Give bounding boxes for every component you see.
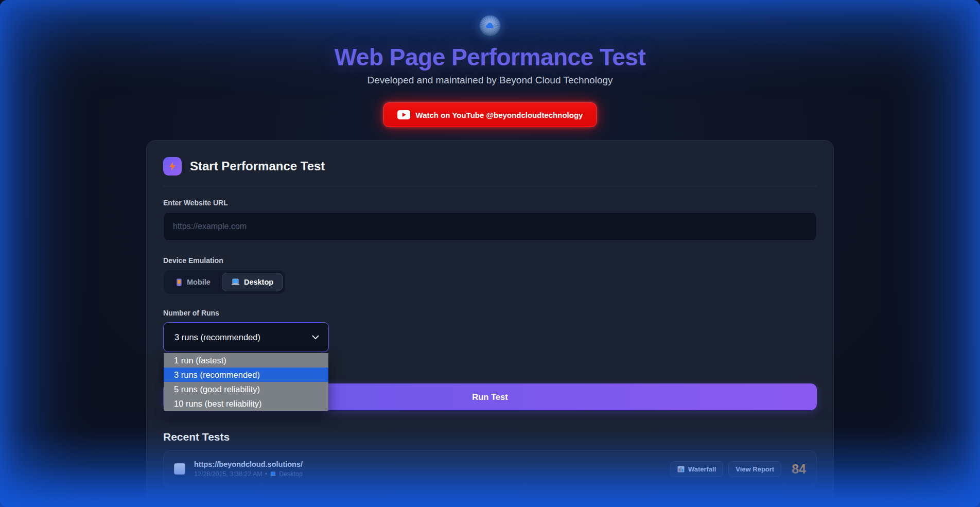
recent-test-row: https://beyondcloud.solutions/ 12/28/202… xyxy=(163,450,817,487)
youtube-play-icon xyxy=(397,110,410,119)
waterfall-button-label: Waterfall xyxy=(688,465,716,473)
view-report-button-label: View Report xyxy=(736,465,774,473)
panel-header: Start Performance Test xyxy=(163,157,817,176)
beyond-cloud-logo xyxy=(480,15,500,36)
device-option-mobile[interactable]: Mobile xyxy=(166,273,220,291)
watch-on-youtube-button[interactable]: Watch on YouTube @beyondcloudtechnology xyxy=(383,102,597,127)
recent-test-actions: Waterfall View Report 84 xyxy=(670,461,806,477)
waterfall-button[interactable]: Waterfall xyxy=(670,461,723,477)
recent-test-device: Desktop xyxy=(279,470,303,478)
runs-select[interactable]: 3 runs (recommended) xyxy=(163,322,329,352)
laptop-icon xyxy=(231,278,240,286)
recent-test-meta: 12/28/2025, 3:38:22 AM • Desktop xyxy=(194,470,303,478)
runs-option-1-run[interactable]: 1 run (fastest) xyxy=(164,353,328,368)
device-option-desktop[interactable]: Desktop xyxy=(222,273,283,291)
recent-tests-heading: Recent Tests xyxy=(163,431,817,443)
start-performance-test-panel: Start Performance Test Enter Website URL… xyxy=(146,140,834,504)
number-of-runs-field: 3 runs (recommended) 1 run (fastest) 3 r… xyxy=(163,322,329,352)
device-option-mobile-label: Mobile xyxy=(187,278,211,286)
page-title: Web Page Performance Test xyxy=(0,43,980,71)
device-emulation-label: Device Emulation xyxy=(163,256,817,265)
cloud-icon xyxy=(485,21,495,31)
page-subtitle: Developed and maintained by Beyond Cloud… xyxy=(0,75,980,86)
runs-option-5-runs[interactable]: 5 runs (good reliability) xyxy=(164,382,328,396)
chevron-down-icon xyxy=(312,335,319,340)
device-emulation-toggle: Mobile Desktop xyxy=(163,270,286,294)
bar-chart-icon xyxy=(677,466,685,473)
runs-option-10-runs[interactable]: 10 runs (best reliability) xyxy=(164,396,328,411)
youtube-button-label: Watch on YouTube @beyondcloudtechnology xyxy=(416,111,583,119)
recent-test-info: https://beyondcloud.solutions/ 12/28/202… xyxy=(194,460,303,478)
laptop-icon xyxy=(270,471,276,477)
recent-test-datetime: 12/28/2025, 3:38:22 AM xyxy=(194,470,262,478)
url-field-label: Enter Website URL xyxy=(163,199,817,207)
device-option-desktop-label: Desktop xyxy=(244,278,273,286)
runs-option-3-runs[interactable]: 3 runs (recommended) xyxy=(164,368,328,382)
lightning-bolt-icon xyxy=(168,162,177,171)
panel-title: Start Performance Test xyxy=(190,159,325,173)
page-header: Web Page Performance Test Developed and … xyxy=(0,0,980,127)
meta-separator: • xyxy=(265,470,267,478)
lightning-badge xyxy=(163,157,182,176)
panel-divider xyxy=(163,186,817,186)
performance-score-badge: 84 xyxy=(792,462,806,477)
runs-dropdown-list: 1 run (fastest) 3 runs (recommended) 5 r… xyxy=(164,353,328,411)
number-of-runs-label: Number of Runs xyxy=(163,309,817,317)
recent-test-url[interactable]: https://beyondcloud.solutions/ xyxy=(194,460,303,468)
recent-test-checkbox[interactable] xyxy=(174,463,185,475)
mobile-phone-icon xyxy=(176,278,183,286)
website-url-input[interactable] xyxy=(163,212,817,241)
view-report-button[interactable]: View Report xyxy=(728,461,781,477)
runs-select-value: 3 runs (recommended) xyxy=(174,333,260,342)
